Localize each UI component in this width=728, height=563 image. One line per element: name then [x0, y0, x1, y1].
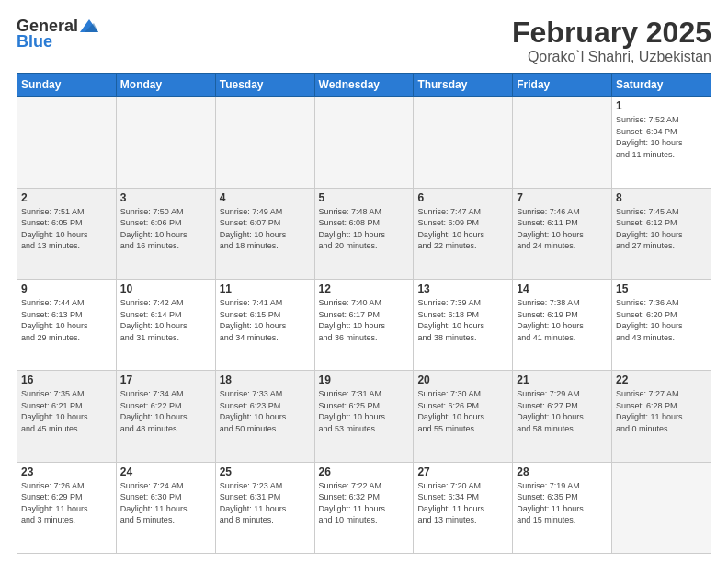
calendar-week-row: 1Sunrise: 7:52 AM Sunset: 6:04 PM Daylig… [17, 97, 711, 188]
day-number: 8 [616, 191, 707, 204]
table-row: 26Sunrise: 7:22 AM Sunset: 6:32 PM Dayli… [314, 462, 414, 553]
table-row: 2Sunrise: 7:51 AM Sunset: 6:05 PM Daylig… [17, 188, 117, 279]
table-row [116, 97, 215, 188]
day-number: 19 [319, 373, 410, 386]
table-row: 25Sunrise: 7:23 AM Sunset: 6:31 PM Dayli… [215, 462, 314, 553]
table-row: 17Sunrise: 7:34 AM Sunset: 6:22 PM Dayli… [116, 371, 215, 462]
day-info: Sunrise: 7:33 AM Sunset: 6:23 PM Dayligh… [220, 388, 311, 434]
col-sunday: Sunday [17, 74, 117, 97]
table-row: 1Sunrise: 7:52 AM Sunset: 6:04 PM Daylig… [612, 97, 711, 188]
table-row: 14Sunrise: 7:38 AM Sunset: 6:19 PM Dayli… [513, 279, 612, 370]
day-number: 16 [21, 373, 112, 386]
table-row: 5Sunrise: 7:48 AM Sunset: 6:08 PM Daylig… [314, 188, 414, 279]
day-number: 27 [417, 465, 508, 478]
day-info: Sunrise: 7:51 AM Sunset: 6:05 PM Dayligh… [21, 206, 112, 252]
title-block: February 2025 Qorako`l Shahri, Uzbekista… [512, 17, 711, 65]
table-row: 6Sunrise: 7:47 AM Sunset: 6:09 PM Daylig… [414, 188, 513, 279]
day-number: 26 [319, 465, 410, 478]
table-row: 27Sunrise: 7:20 AM Sunset: 6:34 PM Dayli… [414, 462, 513, 553]
col-friday: Friday [513, 74, 612, 97]
day-info: Sunrise: 7:45 AM Sunset: 6:12 PM Dayligh… [616, 206, 707, 252]
table-row: 4Sunrise: 7:49 AM Sunset: 6:07 PM Daylig… [215, 188, 314, 279]
day-info: Sunrise: 7:36 AM Sunset: 6:20 PM Dayligh… [616, 297, 707, 343]
table-row: 19Sunrise: 7:31 AM Sunset: 6:25 PM Dayli… [314, 371, 414, 462]
table-row: 28Sunrise: 7:19 AM Sunset: 6:35 PM Dayli… [513, 462, 612, 553]
day-info: Sunrise: 7:26 AM Sunset: 6:29 PM Dayligh… [21, 480, 112, 526]
day-number: 21 [517, 373, 608, 386]
day-info: Sunrise: 7:23 AM Sunset: 6:31 PM Dayligh… [220, 480, 311, 526]
day-info: Sunrise: 7:38 AM Sunset: 6:19 PM Dayligh… [517, 297, 608, 343]
calendar-week-row: 9Sunrise: 7:44 AM Sunset: 6:13 PM Daylig… [17, 279, 711, 370]
day-info: Sunrise: 7:42 AM Sunset: 6:14 PM Dayligh… [120, 297, 211, 343]
day-info: Sunrise: 7:19 AM Sunset: 6:35 PM Dayligh… [517, 480, 608, 526]
table-row: 10Sunrise: 7:42 AM Sunset: 6:14 PM Dayli… [116, 279, 215, 370]
col-wednesday: Wednesday [314, 74, 414, 97]
table-row: 9Sunrise: 7:44 AM Sunset: 6:13 PM Daylig… [17, 279, 117, 370]
day-number: 24 [120, 465, 211, 478]
col-thursday: Thursday [414, 74, 513, 97]
col-monday: Monday [116, 74, 215, 97]
table-row: 21Sunrise: 7:29 AM Sunset: 6:27 PM Dayli… [513, 371, 612, 462]
day-number: 9 [21, 282, 112, 295]
day-number: 11 [220, 282, 311, 295]
table-row: 20Sunrise: 7:30 AM Sunset: 6:26 PM Dayli… [414, 371, 513, 462]
calendar-week-row: 16Sunrise: 7:35 AM Sunset: 6:21 PM Dayli… [17, 371, 711, 462]
day-number: 28 [517, 465, 608, 478]
col-saturday: Saturday [612, 74, 711, 97]
table-row [414, 97, 513, 188]
logo: General Blue [17, 17, 98, 52]
table-row: 12Sunrise: 7:40 AM Sunset: 6:17 PM Dayli… [314, 279, 414, 370]
calendar-header-row: Sunday Monday Tuesday Wednesday Thursday… [17, 74, 711, 97]
calendar-week-row: 23Sunrise: 7:26 AM Sunset: 6:29 PM Dayli… [17, 462, 711, 553]
day-number: 5 [319, 191, 410, 204]
table-row: 22Sunrise: 7:27 AM Sunset: 6:28 PM Dayli… [612, 371, 711, 462]
day-info: Sunrise: 7:39 AM Sunset: 6:18 PM Dayligh… [417, 297, 508, 343]
day-info: Sunrise: 7:52 AM Sunset: 6:04 PM Dayligh… [616, 114, 707, 160]
day-number: 13 [417, 282, 508, 295]
col-tuesday: Tuesday [215, 74, 314, 97]
day-info: Sunrise: 7:46 AM Sunset: 6:11 PM Dayligh… [517, 206, 608, 252]
day-info: Sunrise: 7:22 AM Sunset: 6:32 PM Dayligh… [319, 480, 410, 526]
day-info: Sunrise: 7:29 AM Sunset: 6:27 PM Dayligh… [517, 388, 608, 434]
day-info: Sunrise: 7:47 AM Sunset: 6:09 PM Dayligh… [417, 206, 508, 252]
table-row: 18Sunrise: 7:33 AM Sunset: 6:23 PM Dayli… [215, 371, 314, 462]
day-number: 1 [616, 99, 707, 112]
table-row [513, 97, 612, 188]
day-info: Sunrise: 7:41 AM Sunset: 6:15 PM Dayligh… [220, 297, 311, 343]
table-row: 3Sunrise: 7:50 AM Sunset: 6:06 PM Daylig… [116, 188, 215, 279]
day-info: Sunrise: 7:24 AM Sunset: 6:30 PM Dayligh… [120, 480, 211, 526]
page: General Blue February 2025 Qorako`l Shah… [0, 0, 728, 563]
table-row: 8Sunrise: 7:45 AM Sunset: 6:12 PM Daylig… [612, 188, 711, 279]
day-number: 15 [616, 282, 707, 295]
day-info: Sunrise: 7:44 AM Sunset: 6:13 PM Dayligh… [21, 297, 112, 343]
table-row: 7Sunrise: 7:46 AM Sunset: 6:11 PM Daylig… [513, 188, 612, 279]
logo-icon [80, 19, 98, 34]
day-info: Sunrise: 7:27 AM Sunset: 6:28 PM Dayligh… [616, 388, 707, 434]
table-row: 23Sunrise: 7:26 AM Sunset: 6:29 PM Dayli… [17, 462, 117, 553]
table-row [612, 462, 711, 553]
calendar-week-row: 2Sunrise: 7:51 AM Sunset: 6:05 PM Daylig… [17, 188, 711, 279]
day-info: Sunrise: 7:34 AM Sunset: 6:22 PM Dayligh… [120, 388, 211, 434]
table-row: 16Sunrise: 7:35 AM Sunset: 6:21 PM Dayli… [17, 371, 117, 462]
day-info: Sunrise: 7:20 AM Sunset: 6:34 PM Dayligh… [417, 480, 508, 526]
day-number: 6 [417, 191, 508, 204]
day-number: 3 [120, 191, 211, 204]
day-info: Sunrise: 7:40 AM Sunset: 6:17 PM Dayligh… [319, 297, 410, 343]
table-row: 13Sunrise: 7:39 AM Sunset: 6:18 PM Dayli… [414, 279, 513, 370]
day-number: 18 [220, 373, 311, 386]
day-number: 2 [21, 191, 112, 204]
day-number: 22 [616, 373, 707, 386]
day-info: Sunrise: 7:31 AM Sunset: 6:25 PM Dayligh… [319, 388, 410, 434]
day-number: 20 [417, 373, 508, 386]
day-number: 23 [21, 465, 112, 478]
table-row [314, 97, 414, 188]
day-number: 12 [319, 282, 410, 295]
table-row [215, 97, 314, 188]
table-row [17, 97, 117, 188]
day-number: 7 [517, 191, 608, 204]
day-number: 4 [220, 191, 311, 204]
day-number: 10 [120, 282, 211, 295]
day-number: 25 [220, 465, 311, 478]
day-info: Sunrise: 7:50 AM Sunset: 6:06 PM Dayligh… [120, 206, 211, 252]
table-row: 11Sunrise: 7:41 AM Sunset: 6:15 PM Dayli… [215, 279, 314, 370]
